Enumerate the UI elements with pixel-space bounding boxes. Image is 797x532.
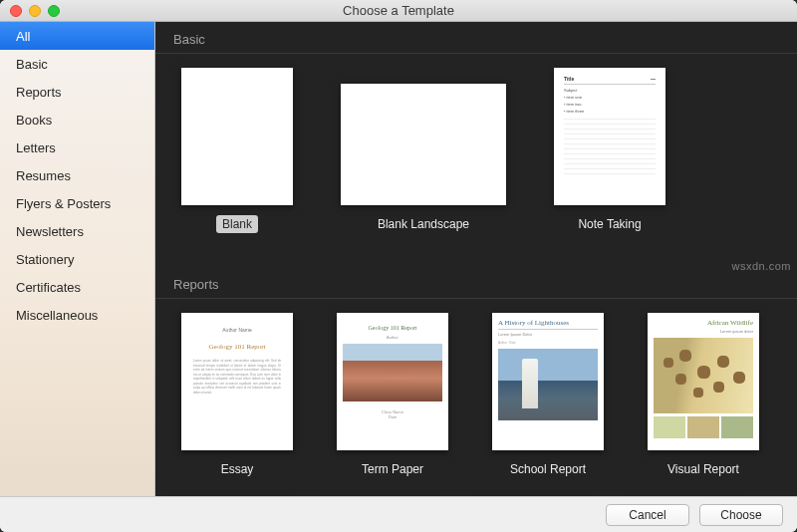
template-blank-landscape[interactable]: Blank Landscape	[341, 68, 506, 233]
sidebar-item-label: Books	[16, 113, 52, 128]
template-essay[interactable]: Author Name Geology 101 Report Lorem ips…	[173, 313, 301, 478]
template-term-paper[interactable]: Geology 101 Report Author Class NameDate…	[329, 313, 456, 478]
thumb-title: African Wildlife	[654, 319, 753, 327]
section-reports: Reports Author Name Geology 101 Report L…	[155, 267, 797, 496]
template-label: Visual Report	[662, 460, 745, 478]
template-thumb: African Wildlife Lorem ipsum dolor	[648, 313, 759, 450]
sidebar-item-flyers-posters[interactable]: Flyers & Posters	[0, 189, 154, 217]
sidebar-item-label: Letters	[16, 140, 56, 155]
sidebar-item-letters[interactable]: Letters	[0, 133, 154, 161]
template-school-report[interactable]: A History of Lighthouses Lorem Ipsum Dol…	[484, 313, 612, 478]
window-title: Choose a Template	[0, 3, 797, 18]
section-basic: Basic Blank Blank Landscape Title—	[155, 22, 797, 267]
template-label: Term Paper	[356, 460, 429, 478]
template-gallery: Basic Blank Blank Landscape Title—	[155, 22, 797, 496]
thumb-title: Geology 101 Report	[343, 325, 442, 331]
sidebar-item-certificates[interactable]: Certificates	[0, 273, 154, 301]
template-label: Note Taking	[572, 215, 647, 233]
sidebar-item-label: Flyers & Posters	[16, 196, 111, 211]
titlebar: Choose a Template	[0, 0, 797, 22]
sidebar-item-label: Miscellaneous	[16, 308, 98, 323]
sidebar-item-stationery[interactable]: Stationery	[0, 245, 154, 273]
watermark: wsxdn.com	[731, 260, 791, 272]
template-label: Essay	[215, 460, 260, 478]
sidebar-item-miscellaneous[interactable]: Miscellaneous	[0, 301, 154, 329]
section-header: Basic	[155, 22, 797, 54]
template-visual-report[interactable]: African Wildlife Lorem ipsum dolor	[640, 313, 767, 478]
sidebar-item-all[interactable]: All	[0, 22, 154, 50]
sidebar-item-label: All	[16, 29, 30, 44]
template-thumb: Geology 101 Report Author Class NameDate	[337, 313, 448, 450]
choose-button[interactable]: Choose	[699, 504, 783, 526]
template-thumb: A History of Lighthouses Lorem Ipsum Dol…	[492, 313, 604, 450]
template-label: Blank	[216, 215, 258, 233]
sidebar-item-label: Resumes	[16, 168, 71, 183]
template-note-taking[interactable]: Title— Subject • item one • item two • i…	[546, 68, 673, 233]
template-blank[interactable]: Blank	[173, 68, 301, 233]
sidebar-item-reports[interactable]: Reports	[0, 78, 154, 106]
section-header: Reports	[155, 267, 797, 299]
thumb-sub: Lorem Ipsum Dolor	[498, 332, 598, 337]
sidebar-item-label: Basic	[16, 57, 48, 72]
thumb-title: A History of Lighthouses	[498, 319, 598, 330]
thumb-sub: Lorem ipsum dolor	[654, 329, 753, 334]
sidebar-item-books[interactable]: Books	[0, 106, 154, 133]
cancel-button[interactable]: Cancel	[606, 504, 689, 526]
sidebar-item-basic[interactable]: Basic	[0, 50, 154, 78]
sidebar: All Basic Reports Books Letters Resumes …	[0, 22, 155, 496]
sidebar-item-label: Newsletters	[16, 224, 84, 239]
template-thumb: Author Name Geology 101 Report Lorem ips…	[181, 313, 293, 450]
template-thumb	[341, 84, 506, 205]
sidebar-item-label: Stationery	[16, 252, 75, 267]
sidebar-item-label: Reports	[16, 85, 62, 100]
template-label: School Report	[504, 460, 592, 478]
thumb-title: Geology 101 Report	[193, 343, 281, 351]
template-thumb	[181, 68, 293, 205]
footer: Cancel Choose	[0, 496, 797, 532]
sidebar-item-label: Certificates	[16, 280, 81, 295]
sidebar-item-resumes[interactable]: Resumes	[0, 161, 154, 189]
sidebar-item-newsletters[interactable]: Newsletters	[0, 217, 154, 245]
template-label: Blank Landscape	[372, 215, 475, 233]
template-thumb: Title— Subject • item one • item two • i…	[554, 68, 665, 205]
